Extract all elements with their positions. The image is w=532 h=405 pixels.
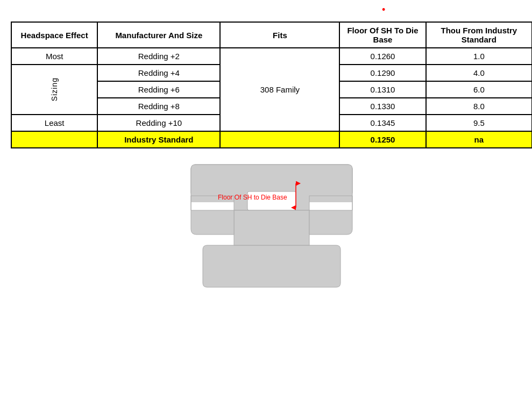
floor-5: 0.1345 (339, 115, 425, 131)
header-floor: Floor Of SH To Die Base (339, 22, 425, 48)
fits-industry (220, 131, 339, 148)
headspace-sizing: Sizing (11, 65, 97, 115)
sizing-text: Sizing (50, 77, 59, 101)
manufacturer-industry: Industry Standard (97, 131, 220, 148)
thou-2: 4.0 (426, 65, 532, 81)
thou-1: 1.0 (426, 48, 532, 65)
manufacturer-2: Redding +4 (97, 65, 220, 81)
die-diagram: Floor Of SH to Die Base (164, 154, 379, 304)
fits-cell: 308 Family (220, 48, 339, 131)
svg-rect-5 (234, 210, 309, 245)
main-table: Headspace Effect Manufacturer And Size F… (11, 22, 532, 148)
floor-1: 0.1260 (339, 48, 425, 65)
header-thou: Thou From Industry Standard (426, 22, 532, 48)
manufacturer-4: Redding +8 (97, 98, 220, 115)
floor-4: 0.1330 (339, 98, 425, 115)
thou-5: 9.5 (426, 115, 532, 131)
manufacturer-1: Redding +2 (97, 48, 220, 65)
headspace-least: Least (11, 115, 97, 131)
page-container: • Headspace Effect Manufacturer And Size… (0, 0, 532, 405)
headspace-industry (11, 131, 97, 148)
manufacturer-5: Redding +10 (97, 115, 220, 131)
floor-2: 0.1290 (339, 65, 425, 81)
red-dot: • (382, 4, 385, 16)
manufacturer-3: Redding +6 (97, 81, 220, 98)
floor-industry: 0.1250 (339, 131, 425, 148)
header-manufacturer: Manufacturer And Size (97, 22, 220, 48)
svg-text:Floor Of SH to Die Base: Floor Of SH to Die Base (218, 194, 287, 201)
die-svg: Floor Of SH to Die Base (164, 154, 379, 304)
table-row: Most Redding +2 308 Family 0.1260 1.0 (11, 48, 532, 65)
thou-4: 8.0 (426, 98, 532, 115)
diagram-container: Floor Of SH to Die Base (11, 154, 532, 304)
header-headspace: Headspace Effect (11, 22, 97, 48)
thou-industry: na (426, 131, 532, 148)
header-fits: Fits (220, 22, 339, 48)
floor-3: 0.1310 (339, 81, 425, 98)
thou-3: 6.0 (426, 81, 532, 98)
headspace-most: Most (11, 48, 97, 65)
industry-standard-row: Industry Standard 0.1250 na (11, 131, 532, 148)
